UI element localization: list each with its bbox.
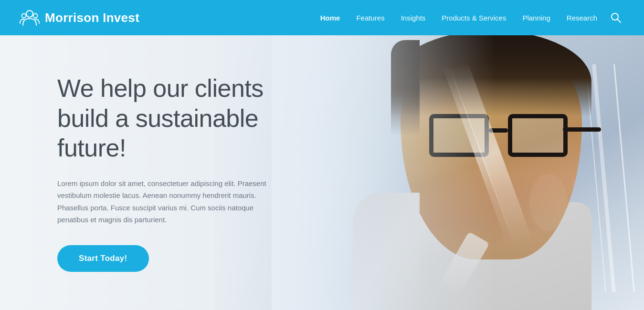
logo-link[interactable]: Morrison Invest [19,7,139,28]
hero-body-text: Lorem ipsum dolor sit amet, consectetuer… [57,177,286,226]
nav-planning[interactable]: Planning [516,11,557,25]
header: Morrison Invest Home Features Insights P… [0,0,644,35]
cta-button[interactable]: Start Today! [57,245,149,272]
logo-icon [19,7,40,28]
main-nav: Home Features Insights Products & Servic… [314,10,625,26]
hero-image [272,35,644,310]
search-icon [611,12,621,23]
nav-insights[interactable]: Insights [394,11,433,25]
hero-section: We help our clients build a sustainable … [0,35,644,310]
svg-point-1 [22,14,26,18]
nav-features[interactable]: Features [349,11,391,25]
hero-content: We help our clients build a sustainable … [0,73,310,271]
nav-research[interactable]: Research [560,11,604,25]
svg-line-4 [618,20,621,23]
svg-point-2 [33,14,38,18]
brand-name: Morrison Invest [45,10,139,25]
nav-products-services[interactable]: Products & Services [435,11,513,25]
svg-point-0 [26,10,33,17]
search-button[interactable] [607,10,625,26]
nav-home[interactable]: Home [314,11,347,25]
